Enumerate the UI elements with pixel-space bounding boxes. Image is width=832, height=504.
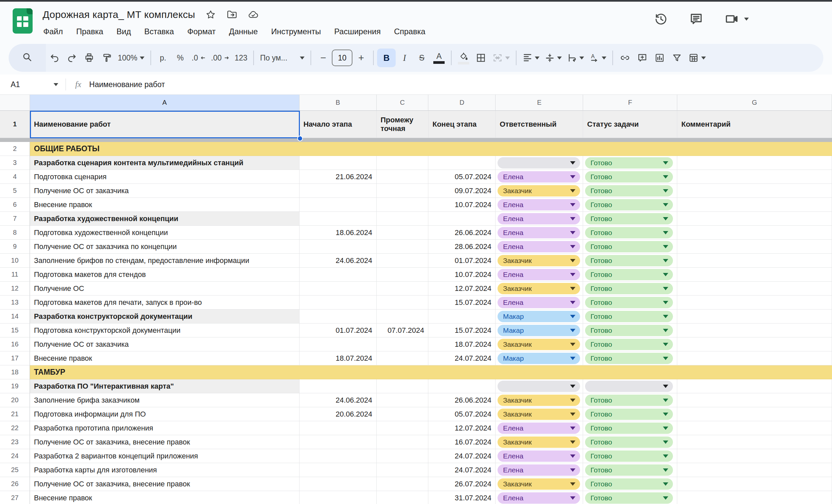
start-date-cell-9[interactable] [300, 240, 377, 254]
mid-date-cell-7[interactable] [377, 212, 428, 226]
strikethrough-button[interactable]: S [413, 49, 430, 67]
dropdown-chip[interactable]: Елена [497, 493, 580, 504]
mid-date-cell-24[interactable] [377, 449, 428, 463]
start-date-cell-4[interactable]: 21.06.2024 [300, 170, 377, 184]
owner-cell-6[interactable]: Елена [496, 198, 583, 212]
mid-date-cell-11[interactable] [377, 268, 428, 282]
font-select[interactable]: По ум... [257, 49, 307, 67]
dropdown-chip[interactable]: Готово [585, 283, 673, 294]
owner-cell-11[interactable]: Елена [496, 268, 583, 282]
comment-cell-17[interactable] [677, 352, 832, 365]
row-number-4[interactable]: 4 [0, 170, 30, 184]
mid-date-cell-12[interactable] [377, 282, 428, 296]
start-date-cell-8[interactable]: 18.06.2024 [300, 226, 377, 240]
comment-cell-20[interactable] [677, 393, 832, 407]
status-cell-11[interactable]: Готово [583, 268, 677, 282]
dropdown-chip[interactable]: Готово [585, 311, 673, 322]
insert-link-button[interactable] [616, 49, 634, 67]
sheets-logo[interactable] [12, 8, 33, 34]
vertical-align-button[interactable] [542, 49, 565, 67]
owner-cell-9[interactable]: Елена [496, 240, 583, 254]
section-row-18[interactable]: ТАМБУР [30, 365, 832, 379]
comment-cell-12[interactable] [677, 282, 832, 296]
end-date-cell-12[interactable]: 12.07.2024 [428, 282, 496, 296]
owner-cell-4[interactable]: Елена [496, 170, 583, 184]
end-date-cell-26[interactable]: 26.07.2024 [428, 477, 496, 491]
status-cell-7[interactable]: Готово [583, 212, 677, 226]
redo-button[interactable] [63, 49, 81, 67]
task-name-cell-15[interactable]: Подготовка конструкторской документации [30, 324, 300, 337]
row-number-12[interactable]: 12 [0, 282, 30, 296]
row-number-1[interactable]: 1 [0, 111, 30, 138]
start-date-cell-6[interactable] [300, 198, 377, 212]
start-date-cell-10[interactable]: 24.06.2024 [300, 254, 377, 268]
task-name-cell-22[interactable]: Разработка прототипа приложения [30, 421, 300, 435]
start-date-cell-12[interactable] [300, 282, 377, 296]
task-name-cell-3[interactable]: Разработка сценария контента мультимедий… [30, 156, 300, 170]
task-name-cell-7[interactable]: Разработка художественной концепции [30, 212, 300, 226]
text-rotation-button[interactable]: A [587, 49, 609, 67]
mid-date-cell-19[interactable] [377, 379, 428, 393]
comment-cell-23[interactable] [677, 435, 832, 449]
row-number-8[interactable]: 8 [0, 226, 30, 240]
row-number-11[interactable]: 11 [0, 268, 30, 282]
column-header-G[interactable]: G [677, 95, 832, 111]
owner-cell-22[interactable]: Елена [496, 421, 583, 435]
owner-cell-5[interactable]: Заказчик [496, 184, 583, 198]
status-cell-12[interactable]: Готово [583, 282, 677, 296]
mid-date-cell-22[interactable] [377, 421, 428, 435]
row-number-21[interactable]: 21 [0, 407, 30, 421]
column-header-C[interactable]: C [377, 95, 428, 111]
comment-cell-22[interactable] [677, 421, 832, 435]
status-cell-9[interactable]: Готово [583, 240, 677, 254]
owner-cell-24[interactable]: Елена [496, 449, 583, 463]
start-date-cell-25[interactable] [300, 463, 377, 477]
dropdown-chip[interactable]: Заказчик [497, 283, 580, 294]
row-number-7[interactable]: 7 [0, 212, 30, 226]
star-icon[interactable] [205, 9, 216, 20]
mid-date-cell-5[interactable] [377, 184, 428, 198]
status-cell-20[interactable]: Готово [583, 393, 677, 407]
start-date-cell-19[interactable] [300, 379, 377, 393]
owner-cell-13[interactable]: Елена [496, 296, 583, 309]
task-name-cell-12[interactable]: Получение ОС [30, 282, 300, 296]
mid-date-cell-15[interactable]: 07.07.2024 [377, 324, 428, 337]
row-number-15[interactable]: 15 [0, 324, 30, 337]
fill-color-button[interactable] [455, 49, 472, 67]
owner-cell-19[interactable] [496, 379, 583, 393]
dropdown-chip[interactable]: Заказчик [497, 409, 580, 420]
row-number-25[interactable]: 25 [0, 463, 30, 477]
row-number-17[interactable]: 17 [0, 352, 30, 365]
dropdown-chip[interactable]: Елена [497, 450, 580, 462]
mid-date-cell-25[interactable] [377, 463, 428, 477]
start-date-cell-23[interactable] [300, 435, 377, 449]
currency-format-button[interactable]: р. [154, 49, 172, 67]
dropdown-chip[interactable]: Елена [497, 423, 580, 434]
cloud-saved-icon[interactable] [248, 9, 259, 20]
mid-date-cell-27[interactable] [377, 491, 428, 504]
end-date-cell-27[interactable]: 31.07.2024 [428, 491, 496, 504]
end-date-cell-24[interactable]: 24.07.2024 [428, 449, 496, 463]
dropdown-chip[interactable]: Готово [585, 325, 673, 336]
end-date-cell-23[interactable]: 16.07.2024 [428, 435, 496, 449]
dropdown-chip[interactable]: Готово [585, 450, 673, 462]
dropdown-chip[interactable]: Готово [585, 437, 673, 448]
row-number-6[interactable]: 6 [0, 198, 30, 212]
dropdown-chip[interactable]: Елена [497, 297, 580, 308]
owner-cell-12[interactable]: Заказчик [496, 282, 583, 296]
end-date-cell-20[interactable]: 26.06.2024 [428, 393, 496, 407]
owner-cell-8[interactable]: Елена [496, 226, 583, 240]
row-number-13[interactable]: 13 [0, 296, 30, 309]
task-name-cell-11[interactable]: Подготовка макетов для стендов [30, 268, 300, 282]
dropdown-chip[interactable]: Макар [497, 353, 580, 364]
move-folder-icon[interactable] [226, 9, 238, 20]
mid-date-cell-16[interactable] [377, 337, 428, 352]
comment-cell-19[interactable] [677, 379, 832, 393]
header-cell-C1[interactable]: Промежуточная [377, 111, 428, 138]
start-date-cell-5[interactable] [300, 184, 377, 198]
insert-comment-button[interactable] [634, 49, 651, 67]
video-call-dropdown-caret[interactable] [744, 18, 749, 21]
mid-date-cell-14[interactable] [377, 309, 428, 324]
video-call-icon[interactable] [724, 11, 749, 26]
dropdown-chip[interactable]: Заказчик [497, 395, 580, 406]
